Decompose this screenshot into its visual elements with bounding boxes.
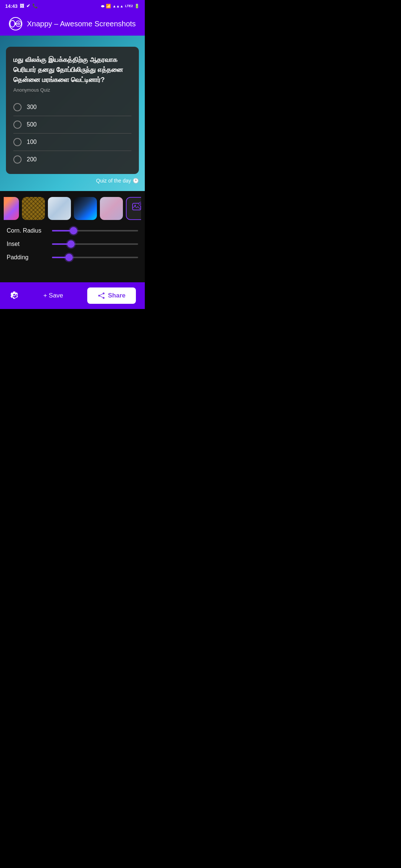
option-2-text: 500 (27, 121, 37, 128)
status-bar-left: 14:43 🖼 ✔ 📞 (5, 3, 38, 9)
canvas-area: மது விலக்கு இயக்கத்திற்கு ஆதரவாக பெரியார… (0, 36, 145, 191)
bg-thumb-custom-image[interactable] (126, 197, 141, 220)
inset-thumb[interactable] (67, 240, 75, 248)
corner-radius-label: Corn. Radius (7, 227, 48, 234)
inset-row: Inset (4, 241, 141, 247)
option-3-text: 100 (27, 139, 37, 145)
share-button[interactable]: Share (87, 287, 136, 304)
status-bar: 14:43 🖼 ✔ 📞 ⬬ 📶 ▲▲▲ LTE2 🔋 (0, 0, 145, 12)
svg-point-8 (102, 293, 104, 295)
phone-status-icon: 📞 (32, 3, 38, 9)
bg-thumb-purple-pink[interactable] (100, 197, 123, 220)
lte2-icon: LTE2 (125, 4, 133, 8)
option-1-text: 300 (27, 104, 37, 111)
image-status-icon: 🖼 (20, 3, 24, 9)
svg-line-11 (100, 294, 102, 295)
option-4-text: 200 (27, 156, 37, 163)
share-label: Share (108, 292, 125, 299)
settings-button[interactable] (9, 289, 19, 302)
bottom-action-bar: + Save Share (0, 282, 145, 309)
save-label: + Save (43, 292, 63, 299)
app-logo-icon (9, 17, 22, 30)
radio-4[interactable] (13, 155, 22, 164)
radio-2[interactable] (13, 121, 22, 129)
quiz-card: மது விலக்கு இயக்கத்திற்கு ஆதரவாக பெரியார… (6, 47, 139, 174)
signal-icon: ▲▲▲ (113, 4, 124, 8)
bg-thumb-pattern-gold[interactable] (22, 197, 45, 220)
quiz-of-the-day-label: Quiz of the day 🕐 (96, 178, 139, 184)
background-thumbnails (4, 197, 141, 220)
bg-thumb-blue-white[interactable] (48, 197, 71, 220)
add-image-icon (132, 202, 141, 215)
corner-radius-track[interactable] (52, 230, 138, 231)
wifi-icon: 📶 (106, 4, 111, 9)
inset-label: Inset (7, 241, 48, 247)
check-status-icon: ✔ (26, 3, 30, 9)
app-header-title: Xnappy – Awesome Screenshots (27, 20, 136, 28)
status-time: 14:43 (5, 3, 17, 9)
quiz-option-1[interactable]: 300 (13, 99, 131, 116)
quiz-question: மது விலக்கு இயக்கத்திற்கு ஆதரவாக பெரியார… (13, 55, 131, 85)
padding-label: Padding (7, 254, 48, 261)
quiz-option-3[interactable]: 100 (13, 134, 131, 151)
quiz-subtitle: Anonymous Quiz (13, 87, 131, 93)
battery-icon: 🔋 (134, 4, 140, 9)
bluetooth-icon: ⬬ (101, 4, 104, 9)
quiz-clock-icon: 🕐 (133, 178, 139, 184)
status-bar-right: ⬬ 📶 ▲▲▲ LTE2 🔋 (101, 4, 140, 9)
quiz-option-2[interactable]: 500 (13, 116, 131, 134)
quiz-of-the-day-text: Quiz of the day (96, 178, 131, 184)
bottom-spacer (4, 267, 141, 279)
svg-point-9 (102, 297, 104, 299)
padding-row: Padding (4, 254, 141, 261)
radio-1[interactable] (13, 103, 22, 111)
bg-thumb-dark-blue[interactable] (74, 197, 97, 220)
app-header: Xnappy – Awesome Screenshots (0, 12, 145, 36)
svg-point-10 (98, 295, 100, 297)
padding-thumb[interactable] (65, 254, 73, 261)
padding-track[interactable] (52, 257, 138, 258)
svg-line-12 (100, 296, 102, 297)
quiz-option-4[interactable]: 200 (13, 151, 131, 168)
bg-thumb-gradient-pink[interactable] (4, 197, 19, 220)
radio-3[interactable] (13, 138, 22, 146)
bottom-controls: Corn. Radius Inset Padding (0, 191, 145, 282)
corner-radius-thumb[interactable] (70, 227, 77, 234)
inset-track[interactable] (52, 243, 138, 245)
save-button[interactable]: + Save (43, 292, 63, 299)
corner-radius-row: Corn. Radius (4, 227, 141, 234)
svg-point-2 (18, 23, 19, 24)
